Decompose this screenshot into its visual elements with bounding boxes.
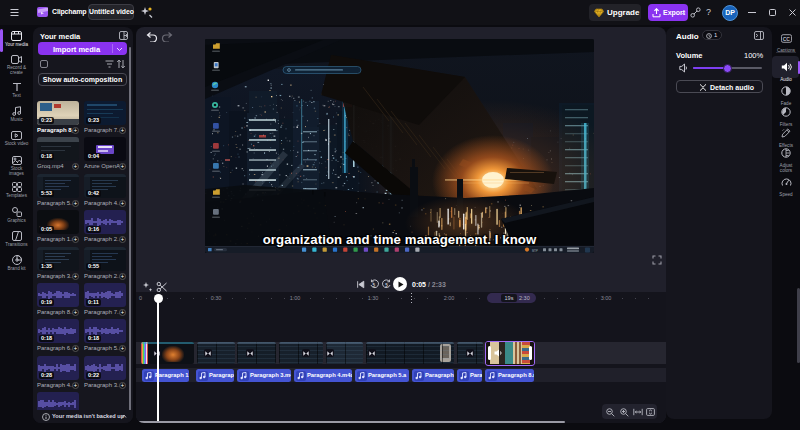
svg-text:5: 5: [385, 283, 388, 288]
svg-text:5: 5: [373, 283, 376, 288]
svg-text:CC: CC: [782, 36, 790, 42]
svg-text:MTP: MTP: [532, 249, 538, 253]
